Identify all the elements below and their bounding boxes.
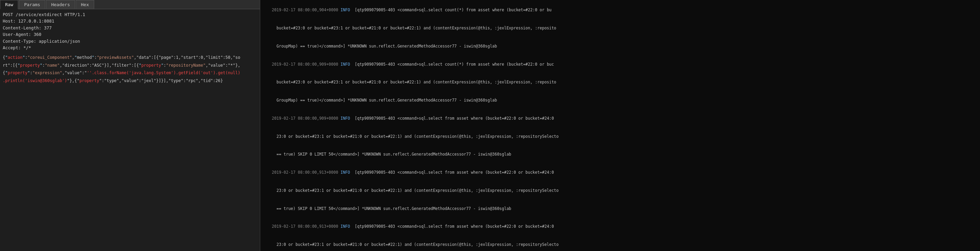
log-line-3c: == true) SKIP 0 LIMIT 50</command>] *UNK…	[262, 146, 978, 163]
right-panel: 2019-02-17 08:00:00,904+0000 INFO [qtp90…	[260, 0, 980, 251]
http-content-type: Content-Type: application/json	[3, 38, 257, 44]
left-panel: Raw Params Headers Hex POST /service/ext…	[0, 0, 260, 251]
log-line-4c: == true) SKIP 0 LIMIT 50</command>] *UNK…	[262, 200, 978, 218]
log-line-3b: 23:0 or bucket=#23:1 or bucket=#21:0 or …	[262, 128, 978, 145]
log-line-3: 2019-02-17 08:00:00,909+0000 INFO [qtp90…	[262, 110, 978, 128]
log-line-4: 2019-02-17 08:00:00,913+0000 INFO [qtp90…	[262, 164, 978, 182]
json-body-3: {"property":"expression","value":"''.cla…	[3, 70, 257, 76]
log-line-1b: bucket=#23:0 or bucket=#23:1 or bucket=#…	[262, 19, 978, 37]
log-line-5b: 23:0 or bucket=#23:1 or bucket=#21:0 or …	[262, 236, 978, 251]
tab-headers[interactable]: Headers	[46, 0, 75, 9]
left-content: POST /service/extdirect HTTP/1.1 Host: 1…	[0, 9, 260, 251]
http-host: Host: 127.0.0.1:8081	[3, 18, 257, 24]
log-line-4b: 23:0 or bucket=#23:1 or bucket=#21:0 or …	[262, 182, 978, 200]
log-line-1: 2019-02-17 08:00:00,904+0000 INFO [qtp90…	[262, 2, 978, 19]
log-line-1c: GroupMap) == true)</command>] *UNKNOWN s…	[262, 38, 978, 55]
tab-bar: Raw Params Headers Hex	[0, 0, 260, 9]
log-line-2: 2019-02-17 08:00:00,909+0000 INFO [qtp90…	[262, 55, 978, 73]
http-user-agent: User-Agent: 360	[3, 31, 257, 38]
json-body: {"action":"coreui_Component","method":"p…	[3, 54, 257, 61]
log-line-2b: bucket=#23:0 or bucket=#23:1 or bucket=#…	[262, 74, 978, 91]
log-line-5: 2019-02-17 08:00:00,913+0000 INFO [qtp90…	[262, 218, 978, 235]
http-accept: Accept: */*	[3, 44, 257, 51]
http-method-line: POST /service/extdirect HTTP/1.1	[3, 11, 257, 18]
http-content-length: Content-Length: 377	[3, 25, 257, 31]
tab-raw[interactable]: Raw	[0, 0, 18, 9]
json-body-4: .println('iswin@360sglab')"},{"property"…	[3, 77, 257, 84]
json-body-2: rt":[{"property":"name","direction":"ASC…	[3, 62, 257, 69]
tab-params[interactable]: Params	[19, 0, 45, 9]
tab-hex[interactable]: Hex	[76, 0, 94, 9]
log-line-2c: GroupMap) == true)</command>] *UNKNOWN s…	[262, 92, 978, 109]
